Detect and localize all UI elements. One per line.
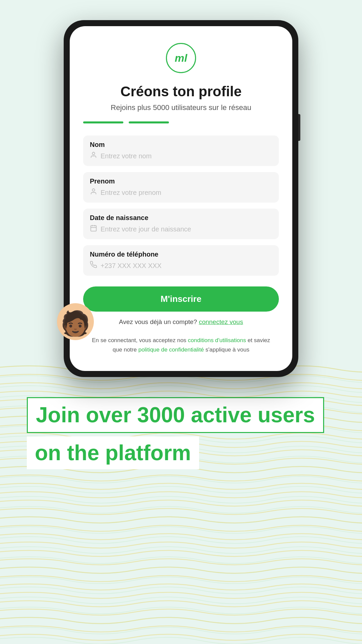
svg-point-2 bbox=[92, 189, 95, 191]
svg-point-1 bbox=[92, 152, 95, 155]
person-icon-prenom bbox=[90, 188, 97, 197]
nom-field-group: Nom bbox=[83, 136, 279, 166]
cta-line2: on the platform bbox=[27, 436, 199, 469]
terms-text-after: s'applique à vous bbox=[205, 346, 249, 353]
page-content: 🧑🏾 ml Créons ton profile Rejoins plus 50… bbox=[0, 0, 362, 469]
register-button[interactable]: M'inscrire bbox=[83, 286, 279, 312]
phone-screen: ml Créons ton profile Rejoins plus 5000 … bbox=[70, 26, 292, 371]
step-bar-2 bbox=[129, 121, 169, 123]
phone-icon bbox=[90, 261, 97, 270]
logo-circle: ml bbox=[166, 43, 196, 73]
login-link[interactable]: connectez vous bbox=[199, 318, 243, 325]
prenom-field-group: Prenom bbox=[83, 172, 279, 203]
cta-line2-container: on the platform bbox=[27, 436, 335, 469]
phone-mockup: 🧑🏾 ml Créons ton profile Rejoins plus 50… bbox=[64, 20, 298, 377]
terms-text-before: En se connectant, vous acceptez nos bbox=[92, 337, 186, 343]
phone-input-row bbox=[90, 261, 272, 270]
title-section: Créons ton profile Rejoins plus 5000 uti… bbox=[83, 83, 279, 112]
terms-link[interactable]: conditions d'utilisations bbox=[188, 337, 246, 343]
dob-field-group: Date de naissance bbox=[83, 209, 279, 239]
calendar-icon bbox=[90, 224, 97, 234]
privacy-link[interactable]: politique de confidentialité bbox=[138, 346, 204, 353]
prenom-label: Prenom bbox=[90, 177, 272, 185]
dob-input[interactable] bbox=[101, 225, 272, 233]
login-prompt-text: Avez vous déjà un compte? bbox=[119, 318, 197, 325]
person-icon-nom bbox=[90, 151, 97, 161]
prenom-input-row bbox=[90, 188, 272, 197]
phone-field-group: Numéro de téléphone bbox=[83, 245, 279, 276]
progress-steps bbox=[83, 121, 279, 123]
nom-input[interactable] bbox=[101, 152, 272, 160]
phone-label: Numéro de téléphone bbox=[90, 251, 272, 258]
prenom-input[interactable] bbox=[101, 189, 272, 197]
nom-input-row bbox=[90, 151, 272, 161]
phone-input[interactable] bbox=[101, 262, 272, 270]
logo-container: ml bbox=[83, 43, 279, 73]
login-prompt: Avez vous déjà un compte? connectez vous bbox=[83, 318, 279, 326]
svg-rect-3 bbox=[91, 226, 97, 231]
terms-section: En se connectant, vous acceptez nos cond… bbox=[83, 336, 279, 354]
cta-line1-container: Join over 3000 active users bbox=[27, 397, 335, 436]
dob-input-row bbox=[90, 224, 272, 234]
avatar: 🧑🏾 bbox=[57, 303, 94, 340]
step-bar-1 bbox=[83, 121, 123, 123]
nom-label: Nom bbox=[90, 141, 272, 149]
main-title: Créons ton profile bbox=[83, 83, 279, 100]
dob-label: Date de naissance bbox=[90, 214, 272, 222]
subtitle: Rejoins plus 5000 utilisateurs sur le ré… bbox=[83, 103, 279, 112]
form-section: Nom Prenom bbox=[83, 136, 279, 276]
logo-text: ml bbox=[175, 52, 187, 64]
cta-section: Join over 3000 active users on the platf… bbox=[0, 397, 362, 469]
cta-line1: Join over 3000 active users bbox=[27, 397, 324, 433]
